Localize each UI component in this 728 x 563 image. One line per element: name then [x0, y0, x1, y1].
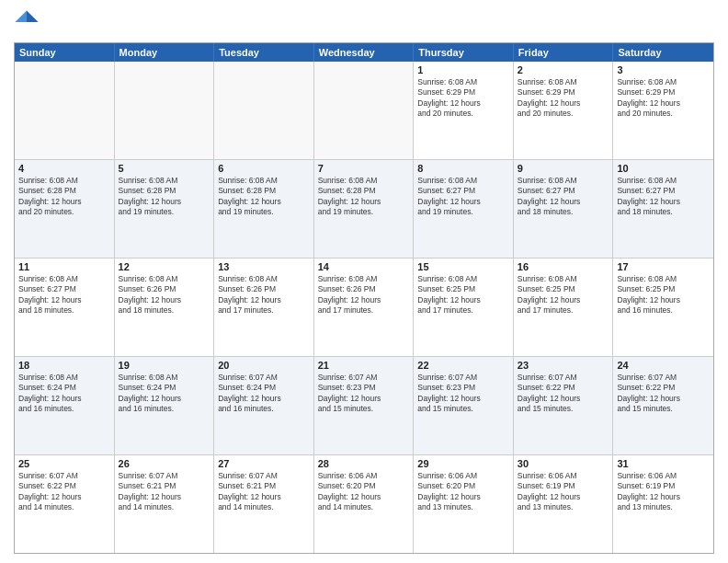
- day-cell-12: 12Sunrise: 6:08 AM Sunset: 6:26 PM Dayli…: [115, 259, 215, 356]
- empty-cell: [314, 62, 415, 159]
- day-info: Sunrise: 6:08 AM Sunset: 6:27 PM Dayligh…: [617, 176, 710, 218]
- calendar-row-0: 1Sunrise: 6:08 AM Sunset: 6:29 PM Daylig…: [15, 62, 713, 160]
- calendar: SundayMondayTuesdayWednesdayThursdayFrid…: [14, 42, 714, 554]
- day-info: Sunrise: 6:08 AM Sunset: 6:28 PM Dayligh…: [119, 176, 210, 218]
- day-number: 8: [417, 163, 509, 174]
- day-number: 20: [218, 360, 310, 371]
- day-cell-14: 14Sunrise: 6:08 AM Sunset: 6:26 PM Dayli…: [314, 259, 415, 356]
- day-number: 2: [518, 64, 609, 75]
- day-cell-3: 3Sunrise: 6:08 AM Sunset: 6:29 PM Daylig…: [613, 62, 713, 159]
- logo-icon: [14, 9, 40, 35]
- calendar-row-3: 18Sunrise: 6:08 AM Sunset: 6:24 PM Dayli…: [15, 357, 713, 455]
- day-cell-16: 16Sunrise: 6:08 AM Sunset: 6:25 PM Dayli…: [514, 259, 614, 356]
- day-info: Sunrise: 6:08 AM Sunset: 6:26 PM Dayligh…: [119, 274, 210, 316]
- day-number: 14: [318, 261, 410, 272]
- weekday-header-thursday: Thursday: [414, 43, 514, 62]
- day-number: 13: [218, 261, 310, 272]
- day-info: Sunrise: 6:08 AM Sunset: 6:28 PM Dayligh…: [18, 176, 110, 218]
- day-number: 26: [119, 458, 210, 469]
- svg-marker-1: [15, 10, 27, 22]
- day-info: Sunrise: 6:06 AM Sunset: 6:19 PM Dayligh…: [617, 471, 710, 513]
- day-number: 5: [119, 163, 210, 174]
- svg-marker-0: [27, 10, 39, 22]
- day-cell-8: 8Sunrise: 6:08 AM Sunset: 6:27 PM Daylig…: [414, 160, 514, 258]
- day-info: Sunrise: 6:07 AM Sunset: 6:22 PM Dayligh…: [18, 471, 110, 513]
- day-cell-22: 22Sunrise: 6:07 AM Sunset: 6:23 PM Dayli…: [414, 357, 514, 454]
- day-info: Sunrise: 6:08 AM Sunset: 6:27 PM Dayligh…: [417, 176, 509, 218]
- day-info: Sunrise: 6:08 AM Sunset: 6:27 PM Dayligh…: [18, 274, 110, 316]
- day-info: Sunrise: 6:06 AM Sunset: 6:20 PM Dayligh…: [318, 471, 410, 513]
- day-number: 27: [218, 458, 310, 469]
- day-info: Sunrise: 6:06 AM Sunset: 6:19 PM Dayligh…: [518, 471, 609, 513]
- calendar-body: 1Sunrise: 6:08 AM Sunset: 6:29 PM Daylig…: [15, 62, 713, 553]
- day-number: 23: [518, 360, 609, 371]
- calendar-row-2: 11Sunrise: 6:08 AM Sunset: 6:27 PM Dayli…: [15, 259, 713, 357]
- page-header: [14, 9, 714, 35]
- day-cell-4: 4Sunrise: 6:08 AM Sunset: 6:28 PM Daylig…: [15, 160, 115, 258]
- day-number: 11: [18, 261, 110, 272]
- day-cell-2: 2Sunrise: 6:08 AM Sunset: 6:29 PM Daylig…: [514, 62, 614, 159]
- day-number: 17: [617, 261, 710, 272]
- day-number: 9: [518, 163, 609, 174]
- logo: [14, 9, 43, 35]
- day-number: 7: [318, 163, 410, 174]
- day-number: 18: [18, 360, 110, 371]
- weekday-header-saturday: Saturday: [613, 43, 713, 62]
- day-info: Sunrise: 6:07 AM Sunset: 6:24 PM Dayligh…: [218, 373, 310, 415]
- day-cell-27: 27Sunrise: 6:07 AM Sunset: 6:21 PM Dayli…: [214, 455, 314, 553]
- day-info: Sunrise: 6:08 AM Sunset: 6:24 PM Dayligh…: [119, 373, 210, 415]
- day-cell-29: 29Sunrise: 6:06 AM Sunset: 6:20 PM Dayli…: [414, 455, 514, 553]
- day-info: Sunrise: 6:07 AM Sunset: 6:23 PM Dayligh…: [318, 373, 410, 415]
- empty-cell: [214, 62, 314, 159]
- day-cell-10: 10Sunrise: 6:08 AM Sunset: 6:27 PM Dayli…: [613, 160, 713, 258]
- day-info: Sunrise: 6:08 AM Sunset: 6:26 PM Dayligh…: [218, 274, 310, 316]
- day-cell-5: 5Sunrise: 6:08 AM Sunset: 6:28 PM Daylig…: [115, 160, 215, 258]
- day-info: Sunrise: 6:06 AM Sunset: 6:20 PM Dayligh…: [417, 471, 509, 513]
- day-info: Sunrise: 6:07 AM Sunset: 6:23 PM Dayligh…: [417, 373, 509, 415]
- day-cell-13: 13Sunrise: 6:08 AM Sunset: 6:26 PM Dayli…: [214, 259, 314, 356]
- weekday-header-wednesday: Wednesday: [314, 43, 415, 62]
- day-info: Sunrise: 6:08 AM Sunset: 6:26 PM Dayligh…: [318, 274, 410, 316]
- day-info: Sunrise: 6:08 AM Sunset: 6:25 PM Dayligh…: [617, 274, 710, 316]
- day-info: Sunrise: 6:08 AM Sunset: 6:29 PM Dayligh…: [518, 77, 609, 120]
- calendar-row-1: 4Sunrise: 6:08 AM Sunset: 6:28 PM Daylig…: [15, 160, 713, 259]
- day-number: 1: [417, 64, 509, 75]
- day-number: 25: [18, 458, 110, 469]
- empty-cell: [115, 62, 215, 159]
- calendar-row-4: 25Sunrise: 6:07 AM Sunset: 6:22 PM Dayli…: [15, 455, 713, 553]
- day-number: 22: [417, 360, 509, 371]
- day-cell-21: 21Sunrise: 6:07 AM Sunset: 6:23 PM Dayli…: [314, 357, 415, 454]
- day-number: 4: [18, 163, 110, 174]
- day-cell-30: 30Sunrise: 6:06 AM Sunset: 6:19 PM Dayli…: [514, 455, 614, 553]
- day-cell-24: 24Sunrise: 6:07 AM Sunset: 6:22 PM Dayli…: [613, 357, 713, 454]
- day-cell-28: 28Sunrise: 6:06 AM Sunset: 6:20 PM Dayli…: [314, 455, 415, 553]
- day-cell-26: 26Sunrise: 6:07 AM Sunset: 6:21 PM Dayli…: [115, 455, 215, 553]
- day-cell-15: 15Sunrise: 6:08 AM Sunset: 6:25 PM Dayli…: [414, 259, 514, 356]
- day-info: Sunrise: 6:08 AM Sunset: 6:29 PM Dayligh…: [617, 77, 710, 120]
- day-number: 24: [617, 360, 710, 371]
- day-info: Sunrise: 6:08 AM Sunset: 6:29 PM Dayligh…: [417, 77, 509, 120]
- day-number: 12: [119, 261, 210, 272]
- day-cell-9: 9Sunrise: 6:08 AM Sunset: 6:27 PM Daylig…: [514, 160, 614, 258]
- day-cell-7: 7Sunrise: 6:08 AM Sunset: 6:28 PM Daylig…: [314, 160, 415, 258]
- day-info: Sunrise: 6:07 AM Sunset: 6:22 PM Dayligh…: [617, 373, 710, 415]
- day-cell-31: 31Sunrise: 6:06 AM Sunset: 6:19 PM Dayli…: [613, 455, 713, 553]
- day-info: Sunrise: 6:08 AM Sunset: 6:28 PM Dayligh…: [318, 176, 410, 218]
- day-number: 16: [518, 261, 609, 272]
- day-info: Sunrise: 6:07 AM Sunset: 6:21 PM Dayligh…: [218, 471, 310, 513]
- day-number: 15: [417, 261, 509, 272]
- day-cell-6: 6Sunrise: 6:08 AM Sunset: 6:28 PM Daylig…: [214, 160, 314, 258]
- day-cell-18: 18Sunrise: 6:08 AM Sunset: 6:24 PM Dayli…: [15, 357, 115, 454]
- day-info: Sunrise: 6:08 AM Sunset: 6:24 PM Dayligh…: [18, 373, 110, 415]
- day-info: Sunrise: 6:08 AM Sunset: 6:27 PM Dayligh…: [518, 176, 609, 218]
- day-info: Sunrise: 6:07 AM Sunset: 6:22 PM Dayligh…: [518, 373, 609, 415]
- empty-cell: [15, 62, 115, 159]
- day-info: Sunrise: 6:07 AM Sunset: 6:21 PM Dayligh…: [119, 471, 210, 513]
- day-number: 21: [318, 360, 410, 371]
- svg-rect-2: [15, 22, 38, 32]
- day-cell-1: 1Sunrise: 6:08 AM Sunset: 6:29 PM Daylig…: [414, 62, 514, 159]
- day-number: 6: [218, 163, 310, 174]
- day-info: Sunrise: 6:08 AM Sunset: 6:25 PM Dayligh…: [518, 274, 609, 316]
- weekday-header-sunday: Sunday: [15, 43, 115, 62]
- day-number: 30: [518, 458, 609, 469]
